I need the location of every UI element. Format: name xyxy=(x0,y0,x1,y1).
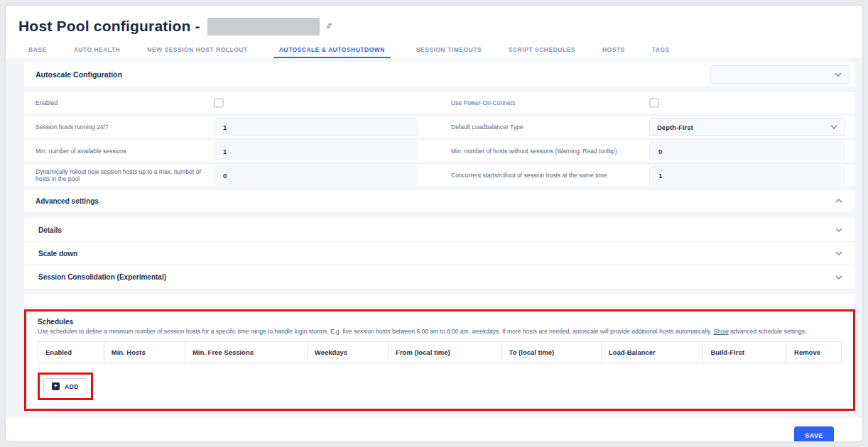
page-title: Host Pool configuration - xyxy=(18,18,200,35)
tab-hosts[interactable]: HOSTS xyxy=(601,44,626,58)
schedules-section: Schedules Use schedules to define a mini… xyxy=(24,309,855,411)
schedules-table: Enabled Min. Hosts Min. Free Sessions We… xyxy=(38,341,842,363)
schedules-description: Use schedules to define a minimum number… xyxy=(38,328,842,335)
enabled-label: Enabled xyxy=(24,99,214,106)
col-enabled: Enabled xyxy=(38,342,104,363)
plus-icon: + xyxy=(52,382,60,390)
tab-content: Autoscale Configuration Enabled Use Powe… xyxy=(6,58,862,430)
chevron-down-icon xyxy=(830,125,837,129)
footer: SAVE xyxy=(6,418,862,441)
tab-script-schedules[interactable]: SCRIPT SCHEDULES xyxy=(507,44,577,58)
col-from-local-time: From (local time) xyxy=(389,342,501,363)
form-row: Dynamically rollout new session hosts up… xyxy=(24,165,855,186)
chevron-down-icon xyxy=(835,228,842,232)
min-available-sessions-input[interactable] xyxy=(214,142,418,160)
min-hosts-without-sessions-input[interactable] xyxy=(649,142,845,160)
form-row: Enabled Use Power-On-Connect xyxy=(24,92,855,114)
hosts-running-247-label: Session hosts running 24/7 xyxy=(24,123,214,131)
redacted-hostpool-name xyxy=(207,18,320,35)
tab-session-timeouts[interactable]: SESSION TIMEOUTS xyxy=(415,44,483,58)
min-hosts-without-sessions-label: Min. number of hosts without sessions (W… xyxy=(440,148,649,155)
autoscale-config-select[interactable] xyxy=(710,65,850,84)
tab-base[interactable]: BASE xyxy=(27,44,48,58)
autoscale-config-heading: Autoscale Configuration xyxy=(36,70,122,79)
schedules-heading: Schedules xyxy=(38,318,842,326)
tab-auto-health[interactable]: AUTO HEALTH xyxy=(72,44,122,58)
advanced-settings-toggle[interactable]: Advanced settings xyxy=(24,190,855,211)
col-min-free-sessions: Min. Free Sessions xyxy=(185,342,307,363)
tab-new-session-host-rollout[interactable]: NEW SESSION HOST ROLLOUT xyxy=(146,44,249,58)
save-button[interactable]: SAVE xyxy=(794,426,834,441)
form-row: Session hosts running 24/7 Default Loadb… xyxy=(24,116,855,138)
add-button-annotation: + ADD xyxy=(38,372,93,400)
show-advanced-schedule-link[interactable]: Show xyxy=(713,328,728,335)
loadbalancer-type-select[interactable]: Depth-First xyxy=(649,118,845,136)
schedules-table-header-row: Enabled Min. Hosts Min. Free Sessions We… xyxy=(38,342,842,363)
chevron-down-icon xyxy=(835,275,842,280)
accordion-session-consolidation[interactable]: Session Consolidation (Experimental) xyxy=(24,265,855,289)
edit-icon[interactable]: ✎ xyxy=(325,21,333,32)
chevron-down-icon xyxy=(835,72,842,77)
dynamic-rollout-max-input[interactable] xyxy=(214,166,418,184)
page-header: Host Pool configuration - ✎ xyxy=(6,6,862,37)
chevron-up-icon xyxy=(835,199,842,203)
advanced-accordion-group: Details Scale down Session Consolidation… xyxy=(24,219,855,289)
col-weekdays: Weekdays xyxy=(307,342,388,363)
chevron-down-icon xyxy=(835,251,842,255)
advanced-settings-label: Advanced settings xyxy=(36,197,99,205)
accordion-details[interactable]: Details xyxy=(24,219,855,242)
min-available-sessions-label: Min. number of available sessions xyxy=(24,148,214,155)
concurrent-starts-label: Concurrent starts/rollout of session hos… xyxy=(440,172,649,179)
power-on-connect-checkbox[interactable] xyxy=(649,98,659,108)
host-pool-config-window: Host Pool configuration - ✎ BASE AUTO HE… xyxy=(6,6,862,441)
autoscale-config-section-header: Autoscale Configuration xyxy=(24,62,855,87)
concurrent-starts-input[interactable] xyxy=(649,166,845,184)
hosts-running-247-input[interactable] xyxy=(214,118,418,136)
col-to-local-time: To (local time) xyxy=(501,342,601,363)
accordion-scale-down[interactable]: Scale down xyxy=(24,242,855,265)
col-min-hosts: Min. Hosts xyxy=(104,342,185,363)
power-on-connect-label: Use Power-On-Connect xyxy=(440,99,649,106)
col-remove: Remove xyxy=(787,342,842,363)
form-row: Min. number of available sessions Min. n… xyxy=(24,140,855,162)
tab-autoscale-autoshutdown[interactable]: AUTOSCALE & AUTOSHUTDOWN xyxy=(273,44,391,58)
spacer-row xyxy=(24,294,855,307)
col-build-first: Build-First xyxy=(703,342,787,363)
loadbalancer-type-label: Default Loadbalancer Type xyxy=(440,123,649,131)
tab-tags[interactable]: TAGS xyxy=(651,44,671,58)
dynamic-rollout-max-label: Dynamically rollout new session hosts up… xyxy=(24,168,214,182)
add-schedule-button[interactable]: + ADD xyxy=(43,378,87,394)
col-load-balancer: Load-Balancer xyxy=(601,342,703,363)
tab-bar: BASE AUTO HEALTH NEW SESSION HOST ROLLOU… xyxy=(6,37,862,58)
enabled-checkbox[interactable] xyxy=(214,98,224,108)
